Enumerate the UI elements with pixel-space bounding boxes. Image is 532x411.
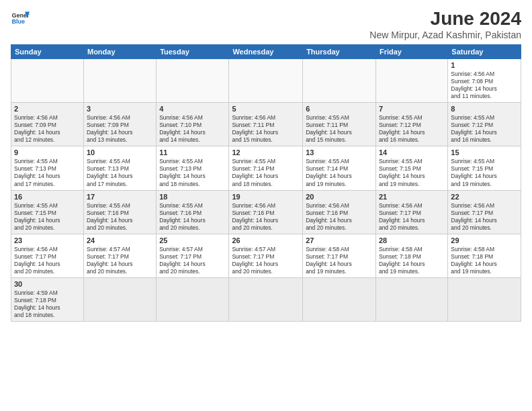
subtitle: New Mirpur, Azad Kashmir, Pakistan [369,30,521,40]
day-info: Sunrise: 4:59 AM Sunset: 7:18 PM Dayligh… [14,289,81,319]
calendar-header-row: Sunday Monday Tuesday Wednesday Thursday… [11,45,521,59]
table-row: 17Sunrise: 4:55 AM Sunset: 7:16 PM Dayli… [83,190,156,234]
day-number: 19 [232,193,300,201]
day-number: 18 [159,193,226,201]
calendar-week-row: 23Sunrise: 4:56 AM Sunset: 7:17 PM Dayli… [11,234,521,277]
day-info: Sunrise: 4:56 AM Sunset: 7:09 PM Dayligh… [14,114,81,144]
day-info: Sunrise: 4:57 AM Sunset: 7:17 PM Dayligh… [232,246,300,275]
day-info: Sunrise: 4:55 AM Sunset: 7:13 PM Dayligh… [14,158,81,187]
day-info: Sunrise: 4:56 AM Sunset: 7:16 PM Dayligh… [232,202,300,232]
table-row: 11Sunrise: 4:55 AM Sunset: 7:13 PM Dayli… [157,146,229,190]
day-number: 3 [87,105,153,113]
day-info: Sunrise: 4:57 AM Sunset: 7:17 PM Dayligh… [159,246,226,275]
day-info: Sunrise: 4:55 AM Sunset: 7:13 PM Dayligh… [87,158,153,187]
table-row: 13Sunrise: 4:55 AM Sunset: 7:14 PM Dayli… [303,146,376,190]
day-number: 16 [14,193,81,201]
day-number: 7 [379,105,445,113]
day-info: Sunrise: 4:55 AM Sunset: 7:14 PM Dayligh… [232,158,300,187]
day-number: 8 [451,105,518,113]
table-row: 5Sunrise: 4:56 AM Sunset: 7:11 PM Daylig… [229,103,303,146]
day-number: 14 [379,148,445,156]
day-number: 10 [87,148,153,156]
table-row: 29Sunrise: 4:58 AM Sunset: 7:18 PM Dayli… [448,234,521,277]
day-info: Sunrise: 4:55 AM Sunset: 7:15 PM Dayligh… [14,202,81,232]
table-row [83,277,156,321]
day-info: Sunrise: 4:55 AM Sunset: 7:14 PM Dayligh… [306,158,373,187]
header-saturday: Saturday [448,45,521,59]
table-row [11,59,84,103]
day-info: Sunrise: 4:56 AM Sunset: 7:11 PM Dayligh… [232,114,300,144]
logo: General Blue [11,8,30,27]
table-row: 7Sunrise: 4:55 AM Sunset: 7:12 PM Daylig… [375,103,447,146]
table-row [448,277,521,321]
title-block: June 2024 New Mirpur, Azad Kashmir, Paki… [369,8,521,40]
calendar-week-row: 30Sunrise: 4:59 AM Sunset: 7:18 PM Dayli… [11,277,521,321]
table-row: 4Sunrise: 4:56 AM Sunset: 7:10 PM Daylig… [157,103,229,146]
table-row: 23Sunrise: 4:56 AM Sunset: 7:17 PM Dayli… [11,234,84,277]
day-number: 2 [14,105,81,113]
day-number: 5 [232,105,300,113]
day-info: Sunrise: 4:55 AM Sunset: 7:16 PM Dayligh… [159,202,226,232]
day-info: Sunrise: 4:56 AM Sunset: 7:09 PM Dayligh… [87,114,153,144]
day-info: Sunrise: 4:55 AM Sunset: 7:12 PM Dayligh… [379,114,445,144]
header-thursday: Thursday [303,45,376,59]
day-number: 4 [159,105,226,113]
day-info: Sunrise: 4:56 AM Sunset: 7:17 PM Dayligh… [379,202,445,232]
day-number: 24 [87,236,153,244]
page-header: General Blue June 2024 New Mirpur, Azad … [11,8,521,40]
table-row: 2Sunrise: 4:56 AM Sunset: 7:09 PM Daylig… [11,103,84,146]
table-row: 22Sunrise: 4:56 AM Sunset: 7:17 PM Dayli… [448,190,521,234]
day-number: 26 [232,236,300,244]
day-number: 27 [306,236,373,244]
table-row [375,59,447,103]
day-info: Sunrise: 4:55 AM Sunset: 7:15 PM Dayligh… [451,158,518,187]
table-row: 1Sunrise: 4:56 AM Sunset: 7:08 PM Daylig… [448,59,521,103]
header-sunday: Sunday [11,45,84,59]
table-row: 16Sunrise: 4:55 AM Sunset: 7:15 PM Dayli… [11,190,84,234]
header-friday: Friday [375,45,447,59]
table-row [157,59,229,103]
table-row [157,277,229,321]
day-number: 23 [14,236,81,244]
table-row [375,277,447,321]
logo-icon: General Blue [11,8,30,27]
table-row: 25Sunrise: 4:57 AM Sunset: 7:17 PM Dayli… [157,234,229,277]
table-row: 28Sunrise: 4:58 AM Sunset: 7:18 PM Dayli… [375,234,447,277]
day-info: Sunrise: 4:55 AM Sunset: 7:11 PM Dayligh… [306,114,373,144]
table-row: 21Sunrise: 4:56 AM Sunset: 7:17 PM Dayli… [375,190,447,234]
day-number: 28 [379,236,445,244]
day-info: Sunrise: 4:56 AM Sunset: 7:17 PM Dayligh… [14,246,81,275]
table-row [229,277,303,321]
day-info: Sunrise: 4:56 AM Sunset: 7:08 PM Dayligh… [451,71,518,100]
table-row [229,59,303,103]
table-row: 14Sunrise: 4:55 AM Sunset: 7:15 PM Dayli… [375,146,447,190]
calendar-table: Sunday Monday Tuesday Wednesday Thursday… [11,44,521,322]
day-info: Sunrise: 4:56 AM Sunset: 7:16 PM Dayligh… [306,202,373,232]
calendar-week-row: 9Sunrise: 4:55 AM Sunset: 7:13 PM Daylig… [11,146,521,190]
table-row [303,59,376,103]
day-number: 12 [232,148,300,156]
table-row: 26Sunrise: 4:57 AM Sunset: 7:17 PM Dayli… [229,234,303,277]
table-row: 12Sunrise: 4:55 AM Sunset: 7:14 PM Dayli… [229,146,303,190]
header-tuesday: Tuesday [157,45,229,59]
day-number: 30 [14,280,81,288]
table-row: 10Sunrise: 4:55 AM Sunset: 7:13 PM Dayli… [83,146,156,190]
calendar-week-row: 2Sunrise: 4:56 AM Sunset: 7:09 PM Daylig… [11,103,521,146]
day-info: Sunrise: 4:55 AM Sunset: 7:12 PM Dayligh… [451,114,518,144]
day-number: 9 [14,148,81,156]
day-number: 17 [87,193,153,201]
day-number: 22 [451,193,518,201]
table-row: 19Sunrise: 4:56 AM Sunset: 7:16 PM Dayli… [229,190,303,234]
calendar-week-row: 1Sunrise: 4:56 AM Sunset: 7:08 PM Daylig… [11,59,521,103]
header-wednesday: Wednesday [229,45,303,59]
table-row: 3Sunrise: 4:56 AM Sunset: 7:09 PM Daylig… [83,103,156,146]
calendar-week-row: 16Sunrise: 4:55 AM Sunset: 7:15 PM Dayli… [11,190,521,234]
day-info: Sunrise: 4:58 AM Sunset: 7:18 PM Dayligh… [451,246,518,275]
main-title: June 2024 [369,8,521,30]
day-number: 15 [451,148,518,156]
day-number: 25 [159,236,226,244]
table-row: 18Sunrise: 4:55 AM Sunset: 7:16 PM Dayli… [157,190,229,234]
day-number: 29 [451,236,518,244]
day-info: Sunrise: 4:56 AM Sunset: 7:17 PM Dayligh… [451,202,518,232]
day-number: 21 [379,193,445,201]
